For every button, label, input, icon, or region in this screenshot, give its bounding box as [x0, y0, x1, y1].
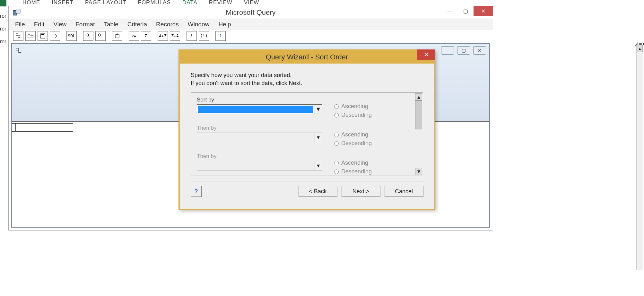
edge-text: ror [0, 22, 6, 35]
left-edge-fragments: ror ror ror [0, 10, 6, 48]
close-button[interactable]: ✕ [474, 6, 493, 16]
auto-query-icon[interactable]: (!) [199, 31, 209, 41]
scroll-down-arrow-icon[interactable]: ▾ [415, 168, 422, 175]
msquery-toolbar: SQL ▽= Σ A↓Z Z↓A ! (!) ? [9, 30, 493, 42]
toolbar-separator [79, 31, 81, 41]
menu-help[interactable]: Help [218, 21, 231, 28]
wizard-button-row: ? < Back Next > Cancel [191, 186, 423, 197]
toolbar-separator [153, 31, 156, 41]
sort-by-combo[interactable]: ▼ [197, 104, 322, 114]
toolbar-separator [211, 31, 213, 41]
new-query-icon[interactable] [13, 31, 23, 41]
menu-records[interactable]: Records [156, 21, 179, 28]
back-button[interactable]: < Back [299, 186, 337, 197]
sort3-ascending-radio: Ascending [334, 160, 372, 166]
sort-ascending-icon[interactable]: A↓Z [158, 31, 168, 41]
wizard-body: Specify how you want your data sorted. I… [180, 64, 434, 202]
cancel-button[interactable]: Cancel [385, 186, 423, 197]
sort1-descending-radio[interactable]: Descending [334, 112, 372, 118]
minimize-button[interactable]: — [441, 6, 457, 16]
query-now-icon[interactable]: ! [187, 31, 197, 41]
radio-label: Ascending [341, 103, 368, 110]
menu-file[interactable]: File [15, 21, 25, 28]
save-icon[interactable] [38, 31, 48, 41]
scroll-up-arrow-icon[interactable]: ▴ [415, 93, 422, 100]
ribbon-tab-home[interactable]: HOME [22, 0, 40, 6]
maximize-button[interactable]: ▢ [457, 6, 474, 16]
next-button[interactable]: Next > [342, 186, 380, 197]
wizard-help-button[interactable]: ? [191, 186, 202, 197]
query-wizard-dialog: Query Wizard - Sort Order ✕ Specify how … [178, 49, 435, 210]
sort-order-group: Sort by ▼ Ascending Descending Then by [191, 92, 423, 176]
svg-rect-10 [19, 50, 21, 53]
sort2-ascending-radio: Ascending [334, 131, 372, 138]
hide-tables-icon[interactable] [95, 31, 106, 41]
svg-rect-2 [16, 34, 18, 36]
help-icon[interactable]: ? [215, 31, 226, 41]
msquery-window-buttons: — ▢ ✕ [441, 6, 493, 16]
add-table-icon[interactable] [112, 31, 122, 41]
sort-row-3: Then by ▾ Ascending Descending [197, 153, 413, 175]
return-data-icon[interactable] [50, 31, 60, 41]
wizard-titlebar[interactable]: Query Wizard - Sort Order ✕ [180, 51, 434, 64]
totals-sigma-icon[interactable]: Σ [141, 31, 151, 41]
then-by-label: Then by [197, 125, 325, 131]
toolbar-separator [62, 31, 65, 41]
menu-edit[interactable]: Edit [34, 21, 45, 28]
menu-format[interactable]: Format [75, 21, 95, 28]
then-by-1-value [198, 134, 313, 141]
sql-view-icon[interactable]: SQL [66, 31, 77, 41]
menu-window[interactable]: Window [188, 21, 210, 28]
ribbon-tab-page-layout[interactable]: PAGE LAYOUT [85, 0, 126, 6]
ribbon-tab-view[interactable]: VIEW [244, 0, 259, 6]
wizard-title: Query Wizard - Sort Order [266, 53, 348, 61]
edge-text: ror [0, 35, 6, 48]
mdi-restore-button[interactable]: ▢ [457, 46, 470, 55]
ribbon-tab-formulas[interactable]: FORMULAS [138, 0, 171, 6]
sort-list-scrollbar[interactable]: ▴ ▾ [415, 93, 422, 175]
radio-label: Ascending [341, 160, 368, 166]
menu-table[interactable]: Table [104, 21, 118, 28]
dropdown-arrow-icon[interactable]: ▼ [315, 105, 322, 114]
menu-criteria[interactable]: Criteria [127, 21, 147, 28]
mdi-close-button[interactable]: ✕ [473, 46, 486, 55]
sort1-ascending-radio[interactable]: Ascending [334, 103, 372, 110]
svg-rect-9 [16, 48, 19, 51]
ribbon-tab-review[interactable]: REVIEW [209, 0, 232, 6]
wizard-instruction-1: Specify how you want your data sorted. [191, 72, 423, 79]
ribbon-tab-data[interactable]: DATA [182, 0, 197, 6]
msquery-menu-bar: File Edit View Format Table Criteria Rec… [9, 19, 493, 30]
sort-by-value [198, 106, 313, 113]
open-icon[interactable] [25, 31, 36, 41]
ribbon-tab-insert[interactable]: INSERT [52, 0, 74, 6]
scroll-thumb[interactable] [415, 100, 422, 129]
show-tables-icon[interactable] [83, 31, 93, 41]
sort2-descending-radio: Descending [334, 140, 372, 147]
sort3-descending-radio: Descending [334, 168, 372, 175]
then-by-label: Then by [197, 153, 325, 160]
menu-view[interactable]: View [53, 21, 66, 28]
svg-rect-5 [41, 34, 44, 35]
dropdown-arrow-icon: ▾ [315, 161, 322, 170]
toolbar-separator [124, 31, 127, 41]
dropdown-arrow-icon: ▾ [315, 133, 322, 142]
excel-ribbon-tabs: HOME INSERT PAGE LAYOUT FORMULAS DATA RE… [0, 0, 259, 6]
sort-row-1: Sort by ▼ Ascending Descending [197, 97, 413, 118]
sort-by-label: Sort by [197, 97, 325, 103]
edge-text: ror [0, 10, 6, 22]
svg-point-6 [86, 34, 89, 36]
page-vertical-scrollbar[interactable]: ▴ [636, 45, 643, 270]
mdi-child-icon [15, 47, 22, 54]
then-by-1-combo: ▾ [197, 133, 322, 142]
data-cell[interactable] [15, 123, 73, 132]
wizard-close-button[interactable]: ✕ [417, 49, 435, 60]
svg-rect-3 [18, 36, 20, 38]
mdi-minimize-button[interactable]: — [441, 46, 454, 55]
page-scroll-up-icon[interactable]: ▴ [637, 45, 643, 52]
sort-descending-icon[interactable]: Z↓A [170, 31, 180, 41]
criteria-equals-icon[interactable]: ▽= [129, 31, 139, 41]
msquery-titlebar[interactable]: Microsoft Query — ▢ ✕ [9, 6, 493, 19]
then-by-2-value [198, 162, 313, 169]
sort-row-2: Then by ▾ Ascending Descending [197, 125, 413, 147]
toolbar-separator [182, 31, 185, 41]
